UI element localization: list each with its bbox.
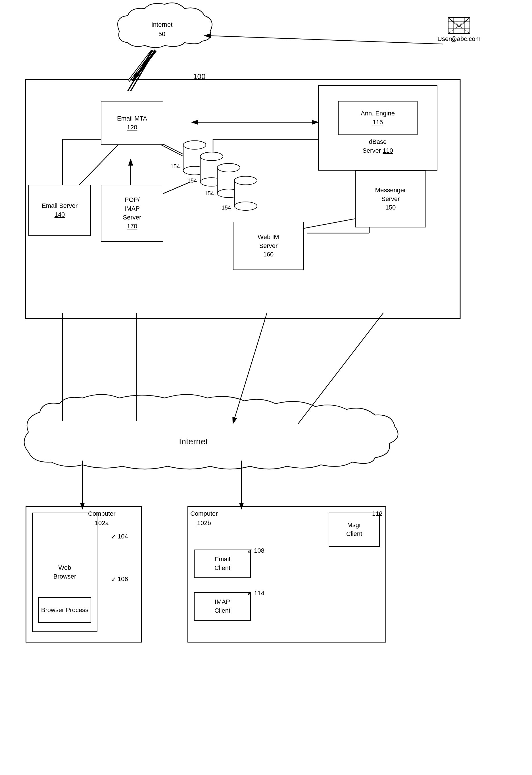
web-browser-box: WebBrowser Browser Process bbox=[32, 512, 97, 632]
ann-engine-box: Ann. Engine 115 bbox=[338, 101, 418, 135]
database-cylinder-4 bbox=[233, 175, 258, 212]
svg-line-10 bbox=[131, 50, 155, 91]
svg-line-21 bbox=[233, 313, 267, 424]
email-mta-box: Email MTA 120 bbox=[101, 101, 163, 145]
num-106-label: ↙ 106 bbox=[111, 574, 128, 584]
imap-client-box: IMAPClient bbox=[194, 592, 251, 621]
computer-102b-label: Computer102b bbox=[190, 509, 218, 528]
dbase-outer-box: Ann. Engine 115 dBase Server 110 bbox=[318, 85, 437, 170]
envelope-icon bbox=[448, 17, 470, 34]
num-114-label: ↙ 114 bbox=[247, 589, 264, 598]
svg-point-56 bbox=[234, 202, 257, 211]
messenger-server-box: MessengerServer 150 bbox=[355, 170, 426, 228]
pop-imap-box: POP/IMAPServer 170 bbox=[101, 185, 163, 242]
num-112-label: 112 bbox=[372, 509, 383, 518]
db-label-3: 154 bbox=[205, 189, 214, 198]
svg-line-6 bbox=[129, 51, 152, 81]
svg-point-49 bbox=[200, 152, 223, 160]
db-label-2: 154 bbox=[187, 176, 197, 185]
computer-102a-label: Computer102a bbox=[88, 509, 116, 528]
svg-line-5 bbox=[133, 50, 153, 80]
num-108-label: ↙ 108 bbox=[247, 546, 264, 555]
browser-process-box: Browser Process bbox=[38, 597, 91, 623]
svg-line-22 bbox=[298, 313, 383, 424]
internet-top-label: Internet 50 bbox=[136, 20, 187, 39]
db-label-4: 154 bbox=[222, 203, 231, 212]
svg-point-45 bbox=[183, 141, 206, 149]
svg-point-57 bbox=[234, 176, 257, 185]
svg-line-11 bbox=[205, 36, 443, 44]
user-label: User@abc.com bbox=[437, 17, 481, 43]
system-box-label: 100 bbox=[193, 71, 205, 82]
web-im-server-box: Web IMServer 160 bbox=[233, 222, 304, 270]
svg-point-53 bbox=[217, 163, 240, 172]
email-client-box: EmailClient bbox=[194, 549, 251, 578]
email-server-box: Email Server 140 bbox=[28, 185, 91, 236]
db-label-1: 154 bbox=[170, 162, 180, 170]
svg-line-9 bbox=[128, 50, 152, 91]
num-104-label: ↙ 104 bbox=[111, 532, 128, 541]
svg-line-8 bbox=[129, 51, 152, 81]
svg-line-7 bbox=[132, 51, 156, 81]
internet-cloud-bottom bbox=[24, 395, 398, 469]
diagram-container: Internet 50 User@abc.com 100 Email MTA 1… bbox=[0, 0, 532, 775]
internet-bottom-label: Internet bbox=[179, 435, 208, 448]
